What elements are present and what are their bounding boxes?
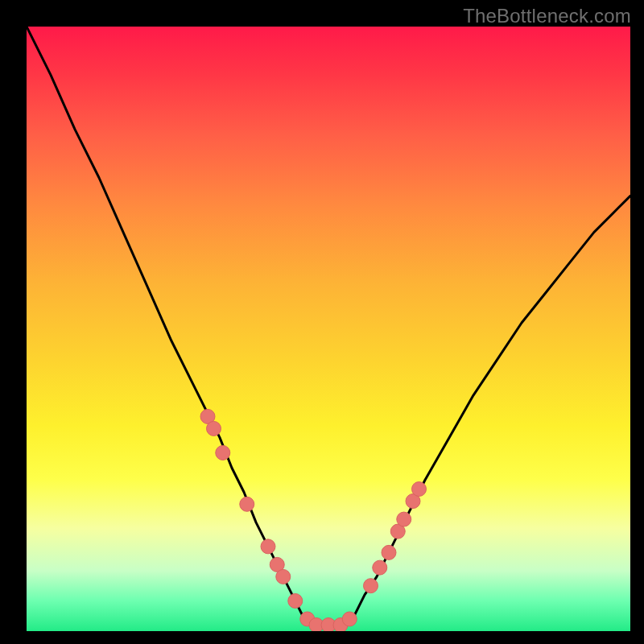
chart-svg — [27, 27, 630, 631]
watermark-text: TheBottleneck.com — [463, 5, 631, 27]
marker-point — [207, 421, 221, 436]
plot-area — [27, 27, 630, 631]
marker-point — [276, 569, 291, 584]
marker-point — [382, 545, 396, 559]
chart-stage: TheBottleneck.com — [0, 0, 644, 644]
marker-point — [373, 560, 387, 575]
series-left-curve — [27, 27, 304, 619]
marker-point — [240, 497, 254, 511]
series-group — [27, 27, 630, 625]
marker-point — [216, 445, 230, 460]
marker-point — [412, 482, 427, 497]
markers-group — [200, 409, 427, 631]
marker-point — [364, 579, 378, 593]
marker-point — [397, 512, 411, 526]
marker-point — [261, 539, 275, 554]
marker-point — [342, 612, 357, 626]
marker-point — [288, 593, 303, 608]
